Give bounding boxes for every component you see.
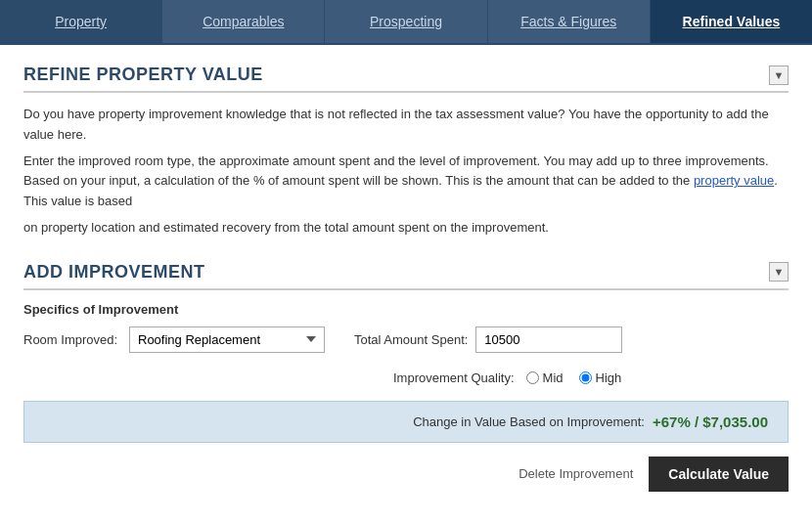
right-form-col: Total Amount Spent: Improvement Quality:… bbox=[354, 326, 622, 385]
action-row: Delete Improvement Calculate Value bbox=[23, 457, 789, 492]
calculate-value-button[interactable]: Calculate Value bbox=[649, 457, 789, 492]
room-improved-field: Room Improved: Roofing Replacement Kitch… bbox=[23, 326, 325, 353]
quality-mid-label: Mid bbox=[543, 370, 564, 385]
refine-section: REFINE PROPERTY VALUE ▼ Do you have prop… bbox=[23, 65, 789, 239]
total-label: Total Amount Spent: bbox=[354, 332, 468, 347]
quality-high-option[interactable]: High bbox=[579, 370, 622, 385]
result-label: Change in Value Based on Improvement: bbox=[413, 414, 645, 429]
room-label: Room Improved: bbox=[23, 332, 121, 347]
refine-section-title: REFINE PROPERTY VALUE bbox=[23, 65, 263, 85]
specifics-label: Specifics of Improvement bbox=[23, 302, 789, 317]
form-main-row: Room Improved: Roofing Replacement Kitch… bbox=[23, 326, 789, 385]
tab-facts-figures[interactable]: Facts & Figures bbox=[488, 0, 651, 43]
quality-mid-option[interactable]: Mid bbox=[526, 370, 564, 385]
quality-label: Improvement Quality: bbox=[393, 370, 515, 385]
quality-mid-radio[interactable] bbox=[526, 371, 539, 384]
improvement-section-title: ADD IMPROVEMENT bbox=[23, 262, 205, 283]
refine-description-1: Do you have property improvement knowled… bbox=[23, 105, 789, 146]
refine-description-3: on property location and estimated recov… bbox=[23, 218, 789, 239]
quality-row: Improvement Quality: Mid High bbox=[393, 370, 622, 385]
improvement-toggle-button[interactable]: ▼ bbox=[769, 262, 789, 282]
tab-property[interactable]: Property bbox=[0, 0, 162, 43]
room-select[interactable]: Roofing Replacement Kitchen Bathroom Liv… bbox=[129, 326, 325, 353]
quality-radio-group: Mid High bbox=[526, 370, 622, 385]
refine-section-header: REFINE PROPERTY VALUE ▼ bbox=[23, 65, 789, 93]
quality-high-label: High bbox=[596, 370, 622, 385]
refine-description-2: Enter the improved room type, the approx… bbox=[23, 152, 789, 212]
tab-refined-values[interactable]: Refined Values bbox=[651, 0, 812, 43]
property-value-link[interactable]: property value bbox=[694, 173, 774, 188]
delete-improvement-button[interactable]: Delete Improvement bbox=[519, 466, 633, 481]
main-content: REFINE PROPERTY VALUE ▼ Do you have prop… bbox=[0, 45, 812, 522]
quality-high-radio[interactable] bbox=[579, 371, 592, 384]
total-amount-row: Total Amount Spent: bbox=[354, 326, 622, 353]
navigation-tabs: Property Comparables Prospecting Facts &… bbox=[0, 0, 812, 45]
improvement-section-header: ADD IMPROVEMENT ▼ bbox=[23, 262, 789, 290]
tab-prospecting[interactable]: Prospecting bbox=[325, 0, 487, 43]
add-improvement-section: ADD IMPROVEMENT ▼ Specifics of Improveme… bbox=[23, 262, 789, 492]
tab-comparables[interactable]: Comparables bbox=[162, 0, 325, 43]
total-amount-input[interactable] bbox=[475, 326, 622, 353]
result-value: +67% / $7,035.00 bbox=[653, 413, 768, 430]
result-banner: Change in Value Based on Improvement: +6… bbox=[23, 401, 789, 443]
refine-toggle-button[interactable]: ▼ bbox=[769, 65, 789, 85]
